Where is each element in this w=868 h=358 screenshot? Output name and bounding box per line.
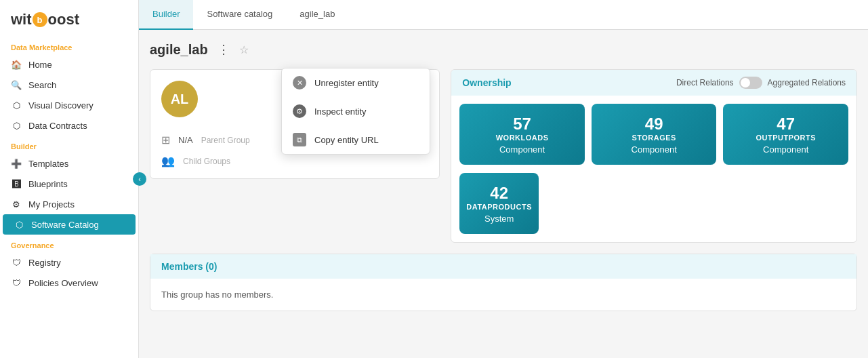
sidebar-item-templates-label: Templates (28, 159, 68, 169)
sidebar-item-blueprints[interactable]: 🅱 Blueprints (0, 174, 138, 194)
child-groups-caption: Child Groups (183, 157, 230, 166)
entity-menu-button[interactable]: ⋮ (215, 41, 232, 58)
inspect-icon: ⚙ (293, 104, 306, 118)
sidebar-item-data-contracts[interactable]: ⬡ Data Contracts (0, 115, 138, 136)
logo-oost: oost (48, 11, 79, 28)
tile-outputports-label: OUTPUTPORTS (756, 134, 816, 142)
tile-storages-type: Component (632, 144, 677, 155)
tab-software-catalog[interactable]: Software catalog (193, 0, 286, 30)
visual-discovery-icon: ⬡ (11, 100, 22, 111)
tile-dataproducts-type: System (484, 214, 514, 224)
registry-icon: 🛡 (11, 257, 22, 268)
sidebar-item-search-label: Search (28, 80, 56, 90)
templates-icon: ➕ (11, 158, 22, 169)
avatar: AL (161, 81, 198, 117)
tile-workloads-type: Component (499, 144, 545, 155)
sidebar-item-visual-discovery-label: Visual Discovery (28, 100, 94, 111)
sidebar-item-registry-label: Registry (28, 258, 61, 268)
sidebar-item-search[interactable]: 🔍 Search (0, 75, 138, 95)
data-contracts-icon: ⬡ (11, 120, 22, 131)
tile-workloads-label: WORKLOADS (496, 134, 549, 142)
main-content: Builder Software catalog agile_lab agile… (139, 0, 868, 358)
tile-storages[interactable]: 49 STORAGES Component (592, 104, 717, 165)
sidebar-item-my-projects-label: My Projects (28, 199, 75, 210)
members-body: This group has no members. (150, 279, 856, 311)
tile-workloads-number: 57 (513, 115, 531, 134)
parent-group-value: N/A (178, 135, 193, 145)
tile-outputports-type: Component (763, 144, 808, 155)
ownership-card: Ownership Direct Relations Aggregated Re… (451, 69, 857, 243)
sidebar-item-software-catalog-label: Software Catalog (31, 220, 99, 230)
tile-dataproducts[interactable]: 42 DATAPRODUCTS System (459, 173, 539, 234)
context-menu-copy-url[interactable]: ⧉ Copy entity URL (282, 125, 430, 154)
top-nav: Builder Software catalog agile_lab (139, 0, 868, 30)
child-groups-row: 👥 Child Groups (161, 155, 428, 167)
ownership-tiles: 57 WORKLOADS Component 49 STORAGES Compo… (451, 96, 856, 173)
context-menu-inspect[interactable]: ⚙ Inspect entity (282, 97, 430, 125)
members-card: Members (0) This group has no members. (150, 254, 857, 311)
members-title: Members (0) (161, 261, 217, 272)
relations-toggle: Direct Relations Aggregated Relations (676, 77, 846, 89)
blueprints-icon: 🅱 (11, 178, 22, 189)
sidebar-item-templates[interactable]: ➕ Templates (0, 153, 138, 174)
tile-dataproducts-label: DATAPRODUCTS (466, 203, 532, 211)
logo-b-circle: b (33, 12, 47, 27)
sidebar: wit b oost Data Marketplace 🏠 Home 🔍 Sea… (0, 0, 139, 358)
right-column: Ownership Direct Relations Aggregated Re… (451, 69, 857, 254)
logo: wit b oost (0, 0, 138, 37)
copy-url-icon: ⧉ (293, 133, 306, 146)
content-area: agile_lab ⋮ ☆ ✕ Unregister entity ⚙ Insp… (139, 30, 868, 358)
logo-wit: wit (11, 11, 32, 28)
tab-builder-label: Builder (152, 9, 180, 19)
relations-toggle-switch[interactable] (739, 77, 762, 89)
tab-builder[interactable]: Builder (139, 0, 193, 30)
members-empty-message: This group has no members. (161, 290, 273, 300)
inspect-label: Inspect entity (314, 106, 367, 117)
parent-group-icon: ⊞ (161, 134, 170, 146)
search-icon: 🔍 (11, 79, 22, 90)
child-groups-icon: 👥 (161, 155, 175, 167)
unregister-label: Unregister entity (314, 78, 379, 88)
sidebar-item-home-label: Home (28, 60, 52, 70)
software-catalog-icon: ⬡ (14, 219, 24, 230)
entity-star-button[interactable]: ☆ (239, 43, 249, 56)
sidebar-item-my-projects[interactable]: ⚙ My Projects (0, 194, 138, 214)
entity-title: agile_lab (150, 42, 208, 58)
home-icon: 🏠 (11, 59, 22, 70)
section-builder: Builder (0, 136, 138, 153)
my-projects-icon: ⚙ (11, 199, 22, 210)
ownership-title: Ownership (462, 77, 511, 88)
sidebar-item-blueprints-label: Blueprints (28, 179, 68, 189)
section-governance: Governance (0, 235, 138, 252)
ownership-header: Ownership Direct Relations Aggregated Re… (451, 70, 856, 96)
tile-storages-label: STORAGES (632, 134, 676, 142)
direct-relations-label: Direct Relations (676, 78, 734, 87)
sidebar-item-home[interactable]: 🏠 Home (0, 54, 138, 75)
ownership-tiles-bottom: 42 DATAPRODUCTS System (451, 173, 856, 242)
tile-workloads[interactable]: 57 WORKLOADS Component (459, 104, 585, 165)
context-menu-unregister[interactable]: ✕ Unregister entity (282, 68, 430, 97)
sidebar-item-policies-overview-label: Policies Overview (28, 278, 98, 288)
unregister-icon: ✕ (293, 76, 306, 90)
sidebar-item-software-catalog[interactable]: ⬡ Software Catalog (3, 214, 136, 235)
two-column-layout: AL ⊞ N/A Parent Group 👥 Child Groups (150, 69, 857, 254)
sidebar-item-data-contracts-label: Data Contracts (28, 121, 87, 131)
entity-header: agile_lab ⋮ ☆ (150, 41, 857, 58)
policies-overview-icon: 🛡 (11, 277, 22, 288)
sidebar-item-visual-discovery[interactable]: ⬡ Visual Discovery (0, 95, 138, 115)
tile-outputports-number: 47 (777, 115, 795, 134)
section-data-marketplace: Data Marketplace (0, 37, 138, 54)
sidebar-item-registry[interactable]: 🛡 Registry (0, 252, 138, 273)
tab-agile-lab[interactable]: agile_lab (286, 0, 348, 30)
tab-software-catalog-label: Software catalog (207, 9, 272, 19)
parent-group-caption: Parent Group (201, 136, 250, 145)
tile-outputports[interactable]: 47 OUTPUTPORTS Component (723, 104, 848, 165)
context-menu: ✕ Unregister entity ⚙ Inspect entity ⧉ C… (281, 68, 430, 155)
members-header: Members (0) (150, 254, 856, 279)
sidebar-item-policies-overview[interactable]: 🛡 Policies Overview (0, 273, 138, 293)
tile-storages-number: 49 (645, 115, 663, 134)
aggregated-relations-label: Aggregated Relations (768, 78, 846, 87)
tab-agile-lab-label: agile_lab (299, 9, 335, 19)
tile-dataproducts-number: 42 (490, 184, 508, 203)
copy-url-label: Copy entity URL (314, 135, 379, 145)
